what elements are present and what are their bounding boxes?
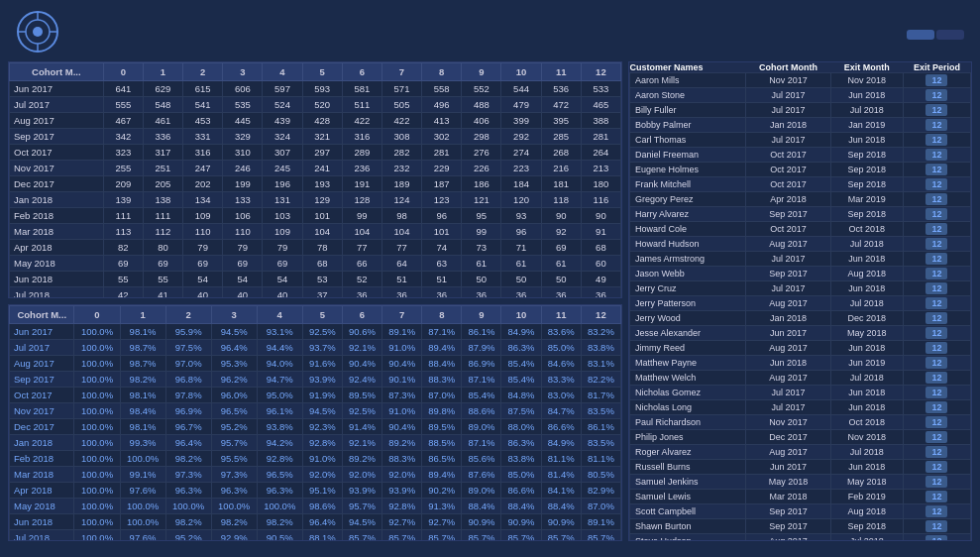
counts-cell-1-1: 555 (103, 97, 143, 113)
right-cell-24-2: Nov 2018 (830, 430, 903, 445)
pct-cell-3-7: 92.4% (342, 372, 381, 388)
pct-cell-7-8: 89.2% (382, 435, 422, 451)
pct-cell-12-13: 89.1% (581, 514, 620, 530)
counts-cell-13-8: 36 (381, 287, 421, 298)
counts-table-container[interactable]: Cohort M...0123456789101112 Jun 20176416… (9, 62, 621, 297)
counts-cell-9-11: 96 (501, 224, 541, 240)
tab-retention-button[interactable] (936, 30, 964, 40)
exit-period-badge: 12 (926, 357, 947, 369)
right-row: Jerry CruzJul 2017Jun 201812 (630, 281, 971, 296)
right-row: Matthew PayneJun 2018Jun 201912 (630, 356, 971, 371)
counts-cell-7-0: Jan 2018 (10, 192, 104, 208)
pct-cell-1-3: 97.5% (165, 340, 211, 356)
counts-cell-5-6: 241 (302, 161, 342, 176)
pct-table: Cohort M...0123456789101112 Jun 2017100.… (9, 305, 621, 540)
pct-cell-7-9: 88.5% (422, 435, 462, 451)
counts-cell-7-4: 133 (223, 192, 263, 208)
counts-cell-7-13: 116 (581, 192, 620, 208)
counts-cell-13-2: 41 (143, 287, 182, 298)
pct-cell-0-11: 84.9% (501, 324, 541, 340)
pct-cell-6-7: 91.4% (342, 419, 381, 435)
right-cell-6-2: Sep 2018 (830, 163, 903, 177)
pct-col-header-5: 4 (257, 306, 302, 324)
right-cell-12-0: James Armstrong (630, 252, 746, 267)
counts-cell-1-12: 472 (541, 97, 581, 113)
pct-cell-3-4: 96.2% (211, 372, 257, 388)
right-cell-27-2: May 2018 (830, 475, 903, 490)
counts-cell-13-5: 40 (263, 287, 302, 298)
pct-cell-9-3: 97.3% (165, 467, 211, 483)
counts-cell-9-0: Mar 2018 (10, 224, 104, 240)
right-cell-9-2: Sep 2018 (830, 207, 903, 222)
counts-cell-8-9: 96 (422, 208, 462, 224)
right-cell-13-3: 12 (903, 267, 970, 281)
counts-cell-6-9: 187 (422, 176, 462, 192)
pct-table-container[interactable]: Cohort M...0123456789101112 Jun 2017100.… (9, 305, 621, 540)
right-row: Frank MitchellOct 2017Sep 201812 (630, 177, 971, 192)
counts-cell-2-3: 453 (183, 113, 223, 129)
pct-cell-6-6: 92.3% (302, 419, 342, 435)
tab-churning-button[interactable] (907, 30, 934, 40)
pct-cell-12-3: 98.2% (165, 514, 211, 530)
counts-col-header-13: 12 (581, 63, 620, 81)
counts-cell-1-9: 496 (422, 97, 462, 113)
pct-cell-9-2: 99.1% (120, 467, 165, 483)
counts-cell-4-11: 274 (501, 145, 541, 161)
exit-period-badge: 12 (926, 223, 947, 235)
counts-cell-13-7: 36 (342, 287, 381, 298)
pct-cell-0-5: 93.1% (257, 324, 302, 340)
counts-cell-8-10: 95 (462, 208, 501, 224)
right-cell-20-2: Jul 2018 (830, 371, 903, 386)
counts-cell-3-5: 324 (263, 129, 302, 145)
right-cell-5-0: Daniel Freeman (630, 148, 746, 163)
pct-cell-4-3: 97.8% (165, 388, 211, 403)
right-col-header-0: Customer Names (630, 62, 746, 73)
right-cell-29-3: 12 (903, 504, 970, 519)
counts-cell-8-1: 111 (103, 208, 143, 224)
counts-cell-6-1: 209 (103, 176, 143, 192)
exit-period-badge: 12 (926, 119, 947, 131)
counts-cell-12-7: 52 (342, 272, 381, 287)
right-cell-12-1: Jul 2017 (746, 252, 830, 267)
right-cell-3-3: 12 (903, 118, 970, 133)
exit-period-badge: 12 (926, 416, 947, 428)
pct-cell-5-5: 96.1% (257, 403, 302, 419)
right-cell-14-1: Jul 2017 (746, 281, 830, 296)
right-cell-4-0: Carl Thomas (630, 133, 746, 148)
right-cell-17-1: Jun 2017 (746, 326, 830, 341)
pct-cell-3-8: 90.1% (382, 372, 422, 388)
counts-col-header-3: 2 (183, 63, 223, 81)
pct-cell-3-6: 93.9% (302, 372, 342, 388)
counts-cell-10-6: 78 (302, 240, 342, 256)
right-cell-4-2: Jun 2018 (830, 133, 903, 148)
right-cell-29-0: Scott Campbell (630, 504, 746, 519)
right-cell-16-1: Jan 2018 (746, 311, 830, 326)
right-row: Russell BurnsJun 2017Jun 201812 (630, 460, 971, 475)
right-cell-11-3: 12 (903, 237, 970, 252)
right-cell-24-1: Dec 2017 (746, 430, 830, 445)
counts-cell-0-7: 581 (342, 81, 381, 97)
pct-cell-7-6: 92.8% (302, 435, 342, 451)
counts-cell-9-13: 91 (581, 224, 620, 240)
counts-col-header-11: 10 (501, 63, 541, 81)
pct-cell-10-1: 100.0% (74, 483, 120, 499)
counts-cell-2-13: 388 (581, 113, 620, 129)
pct-cell-1-6: 93.7% (302, 340, 342, 356)
counts-cell-1-3: 541 (183, 97, 223, 113)
exit-period-badge: 12 (926, 253, 947, 265)
right-row: Harry AlvarezSep 2017Sep 201812 (630, 207, 971, 222)
counts-cell-9-5: 109 (263, 224, 302, 240)
right-cell-26-0: Russell Burns (630, 460, 746, 475)
pct-cell-4-8: 87.3% (382, 388, 422, 403)
right-col-header-2: Exit Month (830, 62, 903, 73)
pct-cell-0-12: 83.6% (541, 324, 581, 340)
pct-cell-7-5: 94.2% (257, 435, 302, 451)
pct-cell-4-13: 81.7% (581, 388, 620, 403)
pct-cell-12-4: 98.2% (211, 514, 257, 530)
pct-cell-9-10: 87.6% (462, 467, 501, 483)
counts-row: Apr 201882807979797877777473716968 (10, 240, 621, 256)
counts-cell-0-9: 558 (422, 81, 462, 97)
tab-group (907, 30, 964, 40)
counts-cell-3-11: 292 (501, 129, 541, 145)
pct-cell-7-13: 83.5% (581, 435, 620, 451)
